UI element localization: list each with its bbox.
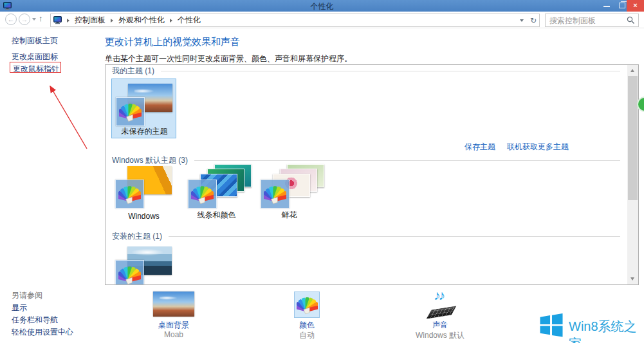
see-also-title: 另请参阅 (12, 290, 42, 301)
theme-thumbnail (257, 162, 322, 209)
up-button[interactable]: ↑ (39, 14, 43, 23)
watermark-text: Win8系统之家 (569, 318, 644, 343)
theme-unsaved[interactable]: 未保存的主题 (111, 79, 176, 138)
save-theme-link[interactable]: 保存主题 (465, 142, 495, 153)
search-icon[interactable] (627, 16, 635, 24)
theme-thumbnail (111, 162, 176, 209)
color-link[interactable]: 颜色 (281, 320, 333, 331)
navigation-toolbar: ← → ↑ 控制面板 外观和个性化 个性化 ↻ (0, 12, 644, 28)
see-also-taskbar-navigation[interactable]: 任务栏和导航 (12, 315, 58, 326)
page-title: 更改计算机上的视觉效果和声音 (105, 36, 240, 48)
search-box (545, 14, 639, 27)
group-header-rule (161, 71, 620, 71)
sidebar-item-control-panel-home[interactable]: 控制面板主页 (12, 35, 58, 46)
group-header-rule (169, 236, 620, 237)
theme-fan-icon (116, 97, 145, 126)
theme-fan-icon (188, 180, 217, 209)
theme-installed[interactable] (111, 242, 176, 285)
theme-fan-icon (115, 260, 144, 285)
windows-logo-icon (539, 313, 564, 337)
theme-thumbnail (111, 242, 176, 285)
desktop-background-thumbnail[interactable] (153, 292, 194, 317)
sidebar-item-change-desktop-icons[interactable]: 更改桌面图标 (12, 51, 58, 62)
group-header-my-themes-label: 我的主题 (1) (112, 66, 154, 77)
color-value: 自动 (281, 330, 333, 341)
vertical-scrollbar[interactable] (627, 65, 638, 284)
sound-link[interactable]: 声音 (412, 320, 468, 331)
search-input[interactable] (546, 14, 625, 26)
color-icon[interactable] (294, 292, 320, 318)
refresh-icon[interactable]: ↻ (530, 16, 537, 25)
theme-windows[interactable]: Windows (111, 162, 176, 221)
theme-name: 未保存的主题 (108, 126, 181, 137)
maximize-button[interactable] (619, 3, 625, 8)
theme-fan-icon (261, 180, 290, 209)
breadcrumb-separator-icon (170, 19, 172, 23)
group-header-my-themes: 我的主题 (1) (112, 66, 620, 76)
back-button[interactable]: ← (5, 14, 17, 25)
themes-panel: 我的主题 (1) 未保存的主题 保存主题 联机获取更多主题 Windows 默认… (105, 64, 639, 285)
theme-name: 鲜花 (253, 210, 326, 221)
theme-fan-icon (115, 180, 144, 209)
see-also-ease-of-access[interactable]: 轻松使用设置中心 (12, 327, 73, 338)
group-header-rule (194, 160, 620, 161)
annotation-highlight-box (10, 62, 61, 73)
breadcrumb-appearance[interactable]: 外观和个性化 (118, 15, 165, 26)
address-bar[interactable]: 控制面板 外观和个性化 个性化 ↻ (50, 14, 540, 27)
breadcrumb-separator-icon (67, 19, 69, 23)
title-bar: 个性化 × (0, 0, 644, 12)
breadcrumb-separator-icon (111, 19, 113, 23)
window-title: 个性化 (0, 1, 644, 12)
sound-value: Windows 默认 (405, 330, 475, 341)
group-header-installed-themes-label: 安装的主题 (1) (112, 231, 162, 242)
see-also-display[interactable]: 显示 (12, 302, 27, 313)
location-icon (53, 16, 62, 24)
theme-name: Windows (107, 212, 180, 221)
speaker-base-icon (426, 306, 457, 319)
desktop-background-value: Moab (140, 330, 207, 339)
recent-pages-dropdown-icon[interactable] (32, 18, 36, 21)
theme-lines-and-colors[interactable]: 线条和颜色 (184, 162, 249, 221)
breadcrumb-control-panel[interactable]: 控制面板 (75, 15, 106, 26)
scroll-down-icon[interactable] (627, 273, 638, 284)
address-dropdown-icon[interactable] (520, 19, 524, 22)
close-button[interactable]: × (627, 0, 644, 12)
desktop-background-link[interactable]: 桌面背景 (140, 320, 207, 331)
page-subtitle: 单击某个主题可一次性同时更改桌面背景、颜色、声音和屏幕保护程序。 (105, 53, 352, 64)
scrollbar-thumb[interactable] (628, 76, 638, 200)
group-header-installed-themes: 安装的主题 (1) (112, 232, 620, 241)
scroll-up-icon[interactable] (627, 65, 638, 76)
forward-button[interactable]: → (19, 14, 30, 25)
get-more-themes-link[interactable]: 联机获取更多主题 (507, 142, 569, 153)
theme-thumbnail (184, 162, 249, 209)
sound-icon[interactable]: ♪♪ (427, 290, 458, 319)
breadcrumb-personalization[interactable]: 个性化 (178, 15, 201, 26)
music-notes-icon: ♪♪ (434, 288, 443, 303)
theme-flowers[interactable]: 鲜花 (257, 162, 322, 221)
theme-thumbnail (112, 79, 177, 127)
theme-name: 线条和颜色 (180, 210, 253, 221)
minimize-button[interactable] (603, 6, 610, 7)
